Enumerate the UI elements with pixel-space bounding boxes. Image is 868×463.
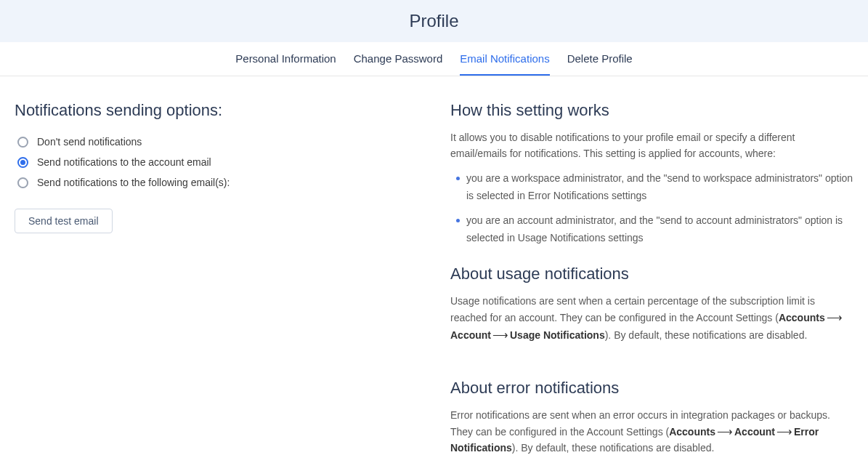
list-item: you are an account administrator, and th… bbox=[466, 212, 853, 247]
about-usage-desc: Usage notifications are sent when a cert… bbox=[450, 294, 853, 344]
radio-icon bbox=[17, 177, 28, 188]
how-bullet-list: you are a workspace administrator, and t… bbox=[450, 170, 853, 246]
radio-send-account-email[interactable]: Send notifications to the account email bbox=[17, 156, 421, 168]
arrow-icon: ⟶ bbox=[492, 326, 508, 343]
page-header: Profile bbox=[0, 0, 868, 42]
tab-email-notifications[interactable]: Email Notifications bbox=[460, 42, 549, 76]
radio-send-following-emails[interactable]: Send notifications to the following emai… bbox=[17, 177, 421, 188]
tabs: Personal Information Change Password Ema… bbox=[0, 42, 868, 76]
radio-label: Send notifications to the account email bbox=[37, 156, 211, 168]
radio-icon bbox=[17, 157, 28, 168]
list-item: you are a workspace administrator, and t… bbox=[466, 170, 853, 205]
tab-delete-profile[interactable]: Delete Profile bbox=[567, 42, 633, 76]
left-column: Notifications sending options: Don't sen… bbox=[15, 101, 421, 456]
about-error-heading: About error notifications bbox=[450, 379, 853, 398]
notifications-options-heading: Notifications sending options: bbox=[15, 101, 421, 120]
about-usage-heading: About usage notifications bbox=[450, 265, 853, 283]
content: Notifications sending options: Don't sen… bbox=[0, 76, 868, 463]
right-column: How this setting works It allows you to … bbox=[450, 101, 853, 456]
about-error-desc: Error notifications are sent when an err… bbox=[450, 408, 853, 456]
arrow-icon: ⟶ bbox=[827, 309, 843, 326]
arrow-icon: ⟶ bbox=[776, 423, 792, 440]
radio-icon bbox=[17, 137, 28, 148]
how-setting-works-desc: It allows you to disable notifications t… bbox=[450, 130, 853, 161]
tab-personal-information[interactable]: Personal Information bbox=[235, 42, 336, 76]
radio-label: Don't send notifications bbox=[37, 136, 142, 148]
arrow-icon: ⟶ bbox=[717, 423, 733, 440]
notification-radio-group: Don't send notifications Send notificati… bbox=[17, 136, 421, 188]
page-title: Profile bbox=[409, 11, 458, 31]
tab-change-password[interactable]: Change Password bbox=[354, 42, 443, 76]
send-test-email-button[interactable]: Send test email bbox=[15, 209, 113, 233]
radio-label: Send notifications to the following emai… bbox=[37, 177, 230, 188]
how-setting-works-heading: How this setting works bbox=[450, 101, 853, 120]
radio-dont-send[interactable]: Don't send notifications bbox=[17, 136, 421, 148]
